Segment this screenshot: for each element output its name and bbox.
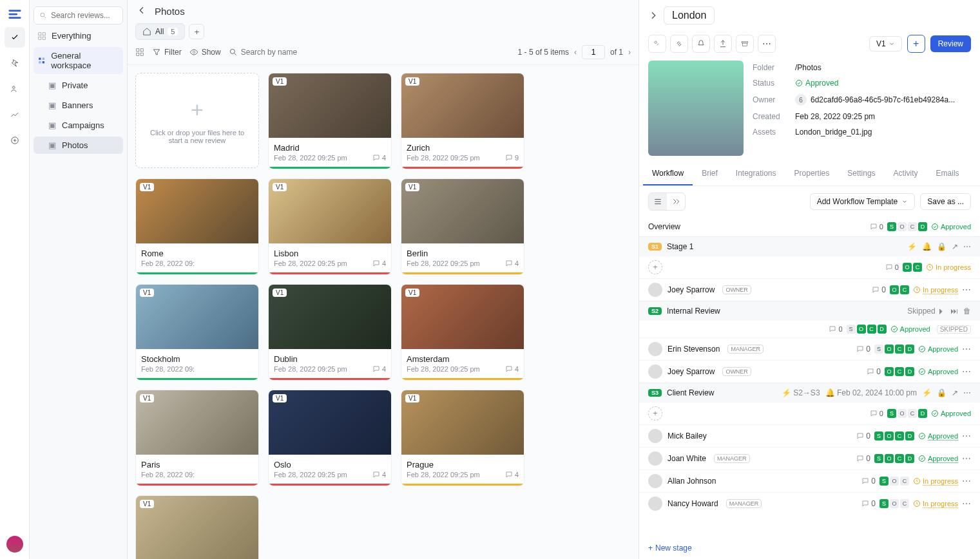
export-icon[interactable]: [714, 35, 732, 53]
panel-tab-properties[interactable]: Properties: [785, 162, 839, 185]
review-card[interactable]: V1MadridFeb 28, 2022 09:25 pm4: [268, 73, 392, 169]
review-card[interactable]: V1StockholmFeb 28, 2022 09:: [135, 284, 259, 381]
add-person-button[interactable]: +: [648, 406, 662, 421]
nav-banners[interactable]: ▣Banners: [34, 97, 123, 114]
panel-collapse-icon[interactable]: [648, 10, 658, 21]
stage-header[interactable]: S1Stage 1⚡🔔🔒↗⋯: [639, 237, 980, 256]
review-button[interactable]: Review: [930, 35, 971, 52]
bolt-icon[interactable]: ⚡: [922, 388, 932, 397]
panel-tab-settings[interactable]: Settings: [838, 162, 884, 185]
new-stage-button[interactable]: + New stage: [639, 537, 980, 559]
wf-list-view[interactable]: [649, 193, 667, 210]
panel-tab-integrations[interactable]: Integrations: [727, 162, 785, 185]
card-comments[interactable]: 4: [505, 260, 519, 267]
rail-people-icon[interactable]: [5, 79, 25, 99]
more-icon[interactable]: ⋯: [758, 35, 776, 53]
card-comments[interactable]: 4: [372, 365, 386, 373]
person-more-icon[interactable]: ⋯: [962, 344, 971, 354]
nav-campaigns[interactable]: ▣Campaigns: [34, 117, 123, 134]
filter-button[interactable]: Filter: [152, 48, 182, 57]
stage-comments[interactable]: 0: [829, 325, 842, 333]
rail-analytics-icon[interactable]: [5, 104, 25, 125]
folder-value[interactable]: /Photos: [795, 63, 821, 72]
skip-icon-icon[interactable]: ⏭: [950, 307, 958, 316]
card-comments[interactable]: 9: [505, 154, 519, 162]
review-card[interactable]: V1LisbonFeb 28, 2022 09:25 pm4: [268, 178, 392, 275]
version-select[interactable]: V1: [869, 36, 902, 52]
search-name-input[interactable]: [241, 48, 338, 57]
wf-flow-view[interactable]: [667, 193, 685, 210]
review-card[interactable]: V1BerlinFeb 28, 2022 09:25 pm4: [401, 178, 524, 275]
add-template-button[interactable]: Add Workflow Template: [810, 193, 916, 210]
pager-page-input[interactable]: [582, 45, 605, 59]
stage-header[interactable]: S3Client Review⚡ S2→S3🔔 Feb 02, 2024 10:…: [639, 383, 980, 403]
lock-icon[interactable]: 🔒: [937, 242, 946, 251]
overview-comments[interactable]: 0: [870, 223, 883, 231]
view-grid-button[interactable]: [135, 48, 144, 57]
review-card[interactable]: V1OsloFeb 28, 2022 09:25 pm4: [268, 390, 392, 486]
more-icon[interactable]: ⋯: [963, 388, 971, 397]
card-comments[interactable]: 4: [505, 471, 519, 478]
review-card[interactable]: V1DublinFeb 28, 2022 09:25 pm4: [268, 284, 392, 381]
bell-icon[interactable]: [692, 35, 710, 53]
person-comments[interactable]: 0: [861, 477, 876, 486]
nav-everything[interactable]: Everything: [34, 27, 123, 44]
panel-tab-brief[interactable]: Brief: [693, 162, 727, 185]
add-tab-button[interactable]: +: [189, 24, 204, 39]
lock-icon[interactable]: 🔒: [937, 388, 946, 397]
upload-dropzone[interactable]: +Click or drop your files here to start …: [135, 73, 259, 168]
search-reviews-input[interactable]: [34, 6, 123, 24]
open-icon[interactable]: ↗: [952, 242, 958, 251]
review-card[interactable]: V1ParisFeb 28, 2022 09:: [135, 390, 259, 486]
search-reviews-field[interactable]: [51, 11, 117, 20]
archive-icon[interactable]: [736, 35, 754, 53]
pager-next[interactable]: ›: [628, 48, 631, 57]
person-more-icon[interactable]: ⋯: [962, 476, 971, 486]
rail-automations-icon[interactable]: [5, 53, 25, 73]
person-comments[interactable]: 0: [856, 345, 870, 354]
stage-header[interactable]: S2Internal ReviewSkipped ⏵⏭🗑: [639, 301, 980, 321]
person-comments[interactable]: 0: [872, 285, 886, 294]
review-card[interactable]: V1ZurichFeb 28, 2022 09:25 pm9: [401, 73, 524, 169]
rail-reviews-icon[interactable]: [5, 27, 25, 48]
open-icon[interactable]: ↗: [952, 388, 958, 397]
share-icon[interactable]: [648, 35, 666, 53]
save-as-button[interactable]: Save as ...: [920, 193, 971, 210]
tab-all[interactable]: All 5: [135, 23, 185, 40]
person-comments[interactable]: 0: [867, 367, 881, 376]
person-comments[interactable]: 0: [856, 431, 870, 441]
card-comments[interactable]: 4: [372, 260, 386, 267]
bell-icon[interactable]: 🔔: [922, 242, 932, 251]
add-version-button[interactable]: +: [907, 35, 925, 53]
person-more-icon[interactable]: ⋯: [962, 366, 971, 377]
more-icon[interactable]: ⋯: [963, 242, 971, 251]
stage-comments[interactable]: 0: [885, 263, 899, 271]
current-user-avatar[interactable]: [6, 536, 23, 553]
link-icon[interactable]: [670, 35, 688, 53]
assets-value[interactable]: London_bridge_01.jpg: [795, 128, 872, 137]
panel-tab-workflow[interactable]: Workflow: [643, 162, 693, 185]
person-comments[interactable]: 0: [856, 454, 870, 463]
show-button[interactable]: Show: [189, 48, 221, 57]
card-comments[interactable]: 4: [372, 154, 386, 162]
rail-add-icon[interactable]: [5, 130, 25, 151]
panel-title[interactable]: London: [664, 6, 715, 24]
review-card[interactable]: V1RomeFeb 28, 2022 09:: [135, 178, 259, 275]
stage-comments[interactable]: 0: [870, 410, 883, 417]
pager-prev[interactable]: ‹: [574, 48, 577, 57]
review-card[interactable]: V1PragueFeb 28, 2022 09:25 pm4: [401, 390, 524, 486]
review-card[interactable]: V1BudapestFeb 28, 2022 09:: [135, 495, 259, 559]
person-more-icon[interactable]: ⋯: [962, 285, 971, 295]
review-card[interactable]: V1AmsterdamFeb 28, 2022 09:25 pm4: [401, 284, 524, 381]
nav-private[interactable]: ▣Private: [34, 77, 123, 94]
trash-icon[interactable]: 🗑: [963, 307, 971, 316]
nav-photos[interactable]: ▣Photos: [34, 137, 123, 154]
person-more-icon[interactable]: ⋯: [962, 431, 971, 441]
card-comments[interactable]: 4: [372, 471, 386, 478]
panel-tab-activity[interactable]: Activity: [885, 162, 927, 185]
person-more-icon[interactable]: ⋯: [962, 498, 971, 509]
add-person-button[interactable]: +: [648, 260, 662, 274]
back-icon[interactable]: [137, 5, 148, 17]
nav-workspace[interactable]: General workspace: [34, 47, 123, 74]
panel-tab-emails[interactable]: Emails: [927, 162, 968, 185]
